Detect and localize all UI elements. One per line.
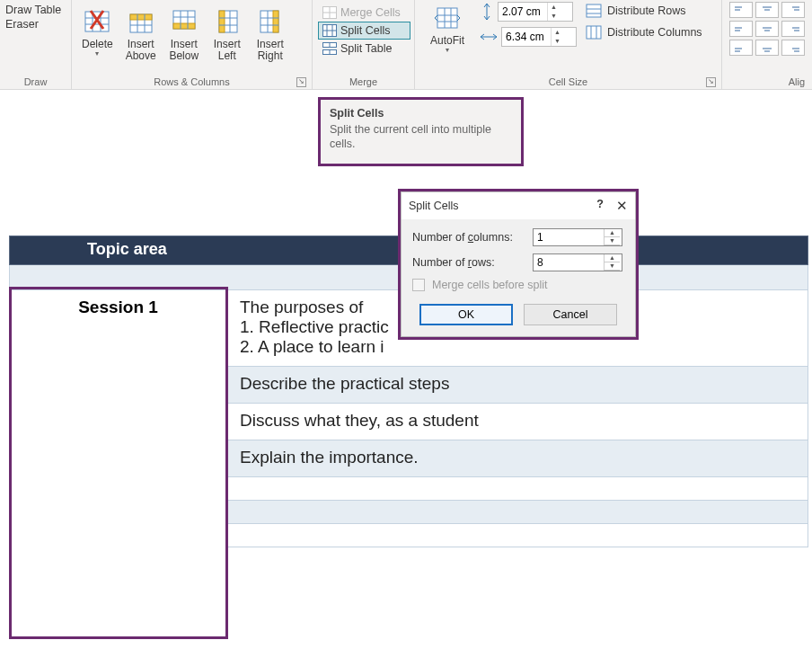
autofit-icon bbox=[432, 3, 463, 33]
dialog-titlebar[interactable]: Split Cells ? ✕ bbox=[402, 192, 635, 219]
distribute-rows-button[interactable]: Distribute Rows bbox=[586, 2, 702, 18]
cols-value[interactable] bbox=[534, 229, 604, 245]
align-mid-left-button[interactable] bbox=[729, 21, 753, 37]
svg-rect-46 bbox=[587, 26, 601, 39]
cols-row: Number of columns: ▲▼ bbox=[412, 228, 624, 246]
rows-label: Number of rows: bbox=[412, 256, 527, 269]
svg-rect-43 bbox=[587, 4, 601, 17]
align-top-right-button[interactable] bbox=[781, 2, 805, 18]
align-bot-right-button[interactable] bbox=[781, 40, 805, 56]
split-cells-dialog: Split Cells ? ✕ Number of columns: ▲▼ Nu… bbox=[398, 189, 639, 340]
dialog-launcher-icon[interactable]: ↘ bbox=[706, 77, 716, 87]
ribbon-group-label-draw: Draw bbox=[4, 75, 67, 89]
insert-above-label: InsertAbove bbox=[126, 39, 156, 62]
eraser-label: Eraser bbox=[5, 18, 39, 31]
rows-value[interactable] bbox=[534, 254, 604, 271]
distribute-rows-label: Distribute Rows bbox=[607, 4, 686, 17]
col-width-input[interactable]: ▲▼ bbox=[501, 27, 577, 47]
align-mid-center-button[interactable] bbox=[755, 21, 779, 37]
insert-below-icon bbox=[169, 6, 199, 37]
align-mid-right-button[interactable] bbox=[781, 21, 805, 37]
table-cell[interactable]: Discuss what they, as a student bbox=[227, 404, 808, 440]
insert-below-button[interactable]: InsertBelow bbox=[163, 4, 206, 63]
ribbon: Draw Table Eraser Draw Delete ▾ InsertAb… bbox=[0, 0, 812, 90]
ribbon-group-label-alignment: Alig bbox=[726, 75, 808, 89]
insert-left-button[interactable]: InsertLeft bbox=[206, 4, 249, 63]
spin-arrows[interactable]: ▲▼ bbox=[551, 28, 563, 46]
svg-rect-36 bbox=[437, 8, 457, 28]
draw-table-label: Draw Table bbox=[5, 4, 61, 16]
svg-rect-6 bbox=[130, 14, 152, 20]
dialog-launcher-icon[interactable]: ↘ bbox=[296, 77, 306, 87]
svg-rect-16 bbox=[219, 11, 225, 32]
chevron-down-icon: ▾ bbox=[95, 50, 99, 58]
merge-cells-label: Merge Cells bbox=[340, 6, 401, 19]
tooltip-title: Split Cells bbox=[330, 107, 512, 120]
chevron-down-icon: ▾ bbox=[446, 47, 449, 55]
distribute-columns-button[interactable]: Distribute Columns bbox=[586, 23, 702, 40]
merge-before-row: Merge cells before split bbox=[412, 279, 624, 291]
ribbon-group-label-merge: Merge bbox=[316, 75, 410, 89]
ribbon-group-label-cell-size: Cell Size ↘ bbox=[419, 75, 718, 89]
merge-before-checkbox bbox=[412, 279, 425, 291]
ribbon-group-alignment: Alig bbox=[722, 0, 812, 89]
cancel-button[interactable]: Cancel bbox=[524, 304, 617, 325]
help-icon[interactable]: ? bbox=[596, 198, 604, 214]
merge-cells-button: Merge Cells bbox=[318, 4, 410, 22]
insert-right-label: InsertRight bbox=[257, 39, 284, 62]
merge-before-label: Merge cells before split bbox=[432, 279, 548, 291]
insert-below-label: InsertBelow bbox=[169, 39, 199, 62]
col-width-value[interactable] bbox=[502, 31, 551, 43]
tooltip-body: Split the current cell into multiple cel… bbox=[330, 123, 512, 151]
ribbon-group-draw: Draw Table Eraser Draw bbox=[0, 0, 72, 89]
table-cell[interactable]: Explain the importance. bbox=[227, 440, 808, 477]
insert-above-icon bbox=[126, 6, 156, 37]
close-icon[interactable]: ✕ bbox=[616, 198, 628, 214]
insert-right-button[interactable]: InsertRight bbox=[249, 4, 292, 63]
split-cells-button[interactable]: Split Cells bbox=[318, 22, 410, 40]
delete-button[interactable]: Delete ▾ bbox=[75, 4, 119, 59]
autofit-button[interactable]: AutoFit ▾ bbox=[424, 2, 471, 56]
table-cell[interactable] bbox=[227, 477, 808, 501]
cols-label: Number of columns: bbox=[412, 231, 527, 244]
merge-cells-icon bbox=[322, 6, 337, 19]
row-height-value[interactable] bbox=[499, 5, 547, 18]
svg-rect-11 bbox=[173, 23, 195, 29]
ribbon-group-merge: Merge Cells Split Cells Split Table Merg… bbox=[313, 0, 415, 89]
eraser-button[interactable]: Eraser bbox=[5, 18, 39, 31]
col-width-icon bbox=[480, 31, 498, 43]
session-cell[interactable]: Session 1 bbox=[10, 290, 227, 547]
draw-table-button[interactable]: Draw Table bbox=[5, 4, 61, 16]
insert-left-icon bbox=[212, 6, 243, 37]
tooltip-split-cells: Split Cells Split the current cell into … bbox=[318, 97, 524, 166]
align-bot-left-button[interactable] bbox=[729, 40, 753, 56]
table-cell[interactable]: Describe the practical steps bbox=[227, 367, 808, 404]
cols-input[interactable]: ▲▼ bbox=[533, 228, 622, 246]
table-cell[interactable] bbox=[227, 524, 808, 547]
insert-above-button[interactable]: InsertAbove bbox=[119, 4, 163, 63]
spin-arrows[interactable]: ▲▼ bbox=[604, 229, 620, 245]
rows-input[interactable]: ▲▼ bbox=[533, 253, 622, 271]
distribute-rows-icon bbox=[586, 4, 602, 18]
spin-arrows[interactable]: ▲▼ bbox=[604, 254, 620, 271]
row-height-input[interactable]: ▲▼ bbox=[498, 2, 573, 22]
align-top-center-button[interactable] bbox=[755, 2, 779, 18]
insert-right-icon bbox=[255, 6, 286, 37]
spin-arrows[interactable]: ▲▼ bbox=[547, 3, 560, 21]
split-cells-label: Split Cells bbox=[340, 24, 391, 37]
ribbon-group-cell-size: AutoFit ▾ ▲▼ bbox=[415, 0, 722, 89]
svg-rect-21 bbox=[273, 11, 278, 32]
distribute-cols-icon bbox=[586, 25, 602, 40]
insert-left-label: InsertLeft bbox=[214, 39, 241, 62]
ok-button[interactable]: OK bbox=[419, 304, 513, 325]
table-cell[interactable] bbox=[227, 501, 808, 524]
split-table-button[interactable]: Split Table bbox=[318, 40, 410, 58]
split-table-icon bbox=[322, 42, 337, 55]
rows-row: Number of rows: ▲▼ bbox=[412, 253, 624, 271]
distribute-cols-label: Distribute Columns bbox=[607, 26, 702, 39]
dialog-title: Split Cells bbox=[409, 200, 459, 212]
ribbon-group-label-rows-cols: Rows & Columns ↘ bbox=[75, 75, 308, 89]
align-top-left-button[interactable] bbox=[729, 2, 753, 18]
align-bot-center-button[interactable] bbox=[755, 40, 779, 56]
row-height-icon bbox=[480, 3, 494, 21]
